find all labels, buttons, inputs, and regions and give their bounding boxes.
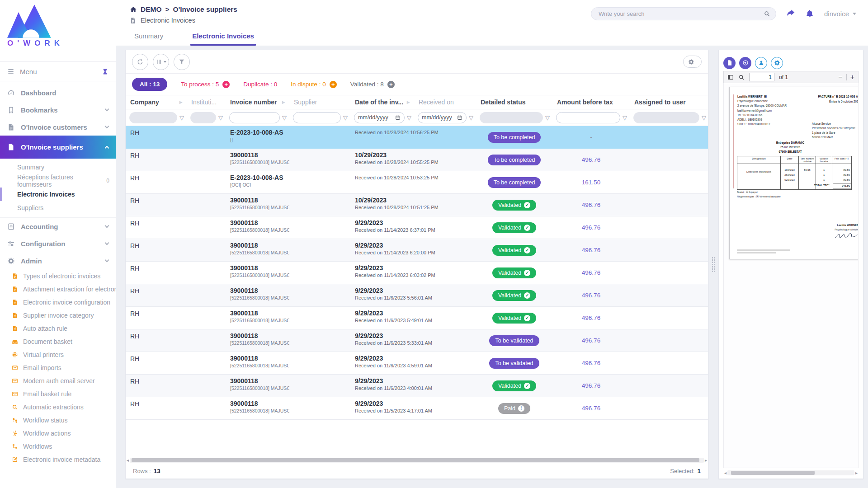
table-row[interactable]: RH 39000118 [52251165800018] MAJUSCULE 1…: [126, 194, 708, 216]
pdf-sidebar-toggle-icon[interactable]: [727, 74, 734, 80]
tab[interactable]: Electronic Invoices: [190, 32, 256, 46]
scroll-right-icon[interactable]: ▸: [855, 471, 858, 475]
preview-settings-button[interactable]: [771, 57, 783, 69]
column-header-institution[interactable]: Instituti...: [187, 99, 226, 106]
filter-amount-input[interactable]: [556, 112, 620, 123]
admin-subitem[interactable]: Document basket: [0, 335, 116, 348]
table-row[interactable]: RH 39000118 [52251165800018] MAJUSCULE 9…: [126, 216, 708, 239]
sidebar-item[interactable]: Configuration: [0, 235, 116, 252]
scroll-left-icon[interactable]: ◂: [127, 458, 129, 463]
funnel-icon[interactable]: ▽: [702, 114, 706, 121]
scroll-right-icon[interactable]: ▸: [705, 458, 707, 463]
admin-subitem[interactable]: Auto attach rule: [0, 322, 116, 335]
search-input[interactable]: [599, 10, 764, 17]
amount-link[interactable]: 496.76: [582, 247, 600, 253]
breadcrumb-home[interactable]: DEMO: [141, 5, 162, 14]
table-row[interactable]: RH 39000118 [52251165800018] MAJUSCULE 1…: [126, 149, 708, 171]
amount-link[interactable]: 496.76: [582, 314, 600, 321]
sidebar-item[interactable]: Admin: [0, 252, 116, 269]
pdf-search-icon[interactable]: [738, 74, 745, 80]
notifications-button[interactable]: [805, 9, 814, 18]
pdf-document-area[interactable]: Laetitia WERNERT- EIPsychologue clinicie…: [723, 83, 859, 468]
sidebar-item-oinvoice-suppliers[interactable]: O'Invoice suppliers: [0, 136, 116, 159]
admin-subitem[interactable]: Electronic invoice configuration: [0, 296, 116, 309]
open-document-button[interactable]: [739, 57, 751, 69]
column-header-assigned[interactable]: Assigned to user: [630, 99, 709, 106]
admin-subitem[interactable]: Virtual printers: [0, 348, 116, 361]
filter-institution-input[interactable]: [190, 112, 216, 123]
plus-circle-icon[interactable]: +: [330, 81, 337, 88]
preview-horizontal-scrollbar[interactable]: ◂ ▸: [723, 470, 859, 476]
filter-invoice-date-input[interactable]: mm/dd/yyyy: [354, 112, 405, 123]
filter-status-input[interactable]: [480, 112, 543, 123]
sidebar-item[interactable]: Dashboard: [0, 84, 116, 101]
filter-chip[interactable]: All : 13: [132, 78, 167, 91]
amount-link[interactable]: 496.76: [582, 337, 600, 344]
column-header-detailed-status[interactable]: Detailed status: [476, 99, 552, 106]
table-row[interactable]: RH 39000118 [52251165800018] MAJUSCULE 9…: [126, 397, 708, 420]
refresh-button[interactable]: [132, 54, 148, 70]
table-row[interactable]: RH E-2023-10-008-AS [] Received on 10/28…: [126, 126, 708, 149]
admin-subitem[interactable]: Types of electronic invoices: [0, 269, 116, 282]
calendar-icon[interactable]: [457, 115, 462, 120]
panel-splitter[interactable]: [708, 50, 718, 479]
admin-subitem[interactable]: Electronic invoice metadata: [0, 453, 116, 466]
filter-chip[interactable]: Validated : 8 +: [350, 81, 395, 88]
funnel-icon[interactable]: ▽: [469, 114, 473, 121]
funnel-icon[interactable]: ▽: [343, 114, 348, 121]
funnel-icon[interactable]: ▽: [623, 114, 627, 121]
admin-subitem[interactable]: Workflow actions: [0, 427, 116, 440]
table-row[interactable]: RH 39000118 [52251165800018] MAJUSCULE 9…: [126, 284, 708, 307]
table-row[interactable]: RH 39000118 [52251165800018] MAJUSCULE 9…: [126, 307, 708, 329]
table-row[interactable]: RH 39000118 [52251165800018] MAJUSCULE 9…: [126, 329, 708, 352]
admin-subitem[interactable]: Automatic extractions: [0, 400, 116, 413]
column-header-invoice-date[interactable]: Date of the inv...▸: [350, 99, 414, 106]
calendar-icon[interactable]: [395, 115, 401, 120]
share-button[interactable]: [786, 9, 795, 18]
amount-link[interactable]: 496.76: [582, 382, 600, 389]
submenu-item-suppliers[interactable]: Suppliers: [0, 201, 116, 215]
filter-chip[interactable]: Duplicate : 0: [243, 81, 277, 88]
table-row[interactable]: RH 39000118 [52251165800018] MAJUSCULE 9…: [126, 375, 708, 397]
plus-circle-icon[interactable]: +: [222, 81, 230, 88]
download-pdf-button[interactable]: [723, 57, 736, 69]
table-row[interactable]: RH 39000118 [52251165800018] MAJUSCULE 9…: [126, 239, 708, 262]
splitter-handle-icon[interactable]: [712, 257, 715, 272]
tab[interactable]: Summary: [132, 32, 165, 46]
funnel-icon[interactable]: ▽: [282, 114, 287, 121]
filter-invoice-number-input[interactable]: [229, 112, 280, 123]
pdf-page-input[interactable]: [749, 73, 774, 81]
filter-chip[interactable]: In dispute : 0 +: [291, 81, 336, 88]
sidebar-menu-header[interactable]: Menu: [0, 61, 116, 81]
column-header-received-on[interactable]: Received on: [414, 99, 476, 106]
scroll-left-icon[interactable]: ◂: [724, 471, 726, 475]
table-settings-button[interactable]: [683, 56, 702, 68]
table-horizontal-scrollbar[interactable]: ◂ ▸: [126, 457, 708, 463]
filter-supplier-input[interactable]: [293, 112, 341, 123]
column-header-invoice-number[interactable]: Invoice number▸: [226, 99, 289, 106]
amount-link[interactable]: 496.76: [582, 405, 600, 412]
assign-user-button[interactable]: [755, 57, 767, 69]
admin-subitem[interactable]: Modern auth email server: [0, 374, 116, 387]
funnel-icon[interactable]: ▽: [545, 114, 550, 121]
home-icon[interactable]: [130, 6, 137, 13]
funnel-icon[interactable]: ▽: [218, 114, 223, 121]
amount-link[interactable]: 496.76: [582, 360, 600, 366]
amount-link[interactable]: -: [590, 134, 592, 141]
filter-received-date-input[interactable]: mm/dd/yyyy: [418, 112, 467, 123]
plus-circle-icon[interactable]: +: [387, 81, 395, 88]
hamburger-icon[interactable]: [7, 68, 14, 75]
filter-button[interactable]: [174, 54, 190, 70]
amount-link[interactable]: 161.50: [582, 179, 600, 186]
admin-subitem[interactable]: Supplier invoice category: [0, 309, 116, 322]
amount-link[interactable]: 496.76: [582, 202, 600, 208]
submenu-item-electronic-invoices[interactable]: Electronic Invoices: [0, 188, 116, 201]
global-search[interactable]: [591, 7, 776, 20]
column-header-company[interactable]: Company▸: [126, 99, 187, 106]
admin-subitem[interactable]: Workflow status: [0, 413, 116, 427]
sidebar-item[interactable]: O'Invoice customers: [0, 118, 116, 136]
columns-button[interactable]: [153, 54, 169, 70]
breadcrumb-section[interactable]: O'Invoice suppliers: [173, 5, 237, 14]
zoom-in-button[interactable]: +: [850, 74, 854, 81]
amount-link[interactable]: 496.76: [582, 292, 600, 299]
